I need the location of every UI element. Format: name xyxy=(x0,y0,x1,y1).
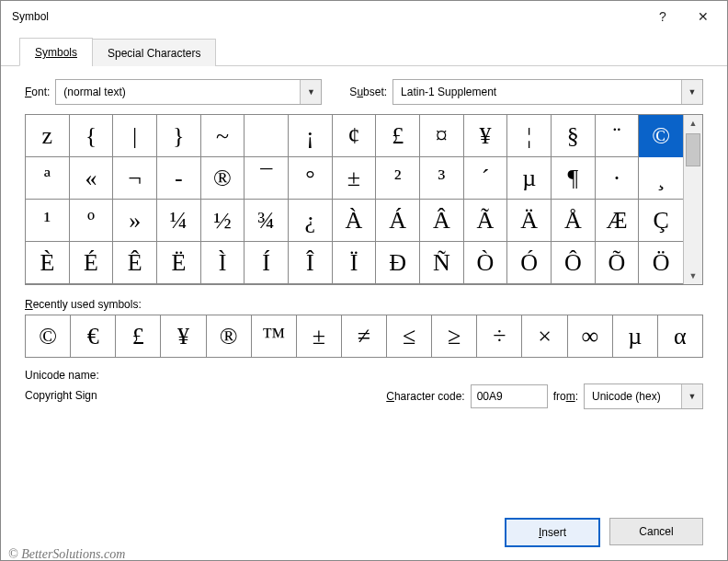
from-combo[interactable]: Unicode (hex) ▼ xyxy=(584,384,703,409)
symbol-cell[interactable]: Ï xyxy=(333,242,377,284)
symbol-cell[interactable]: Ñ xyxy=(420,242,464,284)
symbol-cell[interactable]: Á xyxy=(376,200,420,242)
symbol-cell[interactable]: ¬ xyxy=(113,157,157,200)
symbol-cell[interactable]: ² xyxy=(376,157,420,200)
symbol-cell[interactable]: Ô xyxy=(552,242,596,284)
scroll-track[interactable] xyxy=(684,132,702,268)
symbol-cell[interactable]: ¥ xyxy=(464,115,508,157)
symbol-cell[interactable]: ¿ xyxy=(289,200,333,242)
symbol-grid: z{|}~ ¡¢£¤¥¦§¨©ª«¬-®¯°±²³´µ¶·¸¹º»¼½¾¿ÀÁÂ… xyxy=(26,115,683,284)
chevron-down-icon[interactable]: ▼ xyxy=(300,80,321,104)
recent-symbol-cell[interactable]: © xyxy=(26,315,71,358)
subset-combo[interactable]: Latin-1 Supplement ▼ xyxy=(392,79,703,105)
symbol-cell[interactable]: Â xyxy=(420,200,464,242)
recent-symbol-cell[interactable]: ® xyxy=(207,315,252,358)
symbol-cell[interactable]: Ò xyxy=(464,242,508,284)
symbol-cell[interactable]: } xyxy=(157,115,201,157)
unicode-name-label: Unicode name: xyxy=(25,369,99,382)
symbol-cell[interactable]: ¶ xyxy=(552,157,596,200)
recent-symbol-cell[interactable]: € xyxy=(71,315,116,358)
symbol-cell[interactable]: » xyxy=(113,200,157,242)
symbol-cell[interactable]: ¦ xyxy=(507,115,552,157)
chevron-down-icon[interactable]: ▼ xyxy=(681,384,702,408)
titlebar: Symbol ? ✕ xyxy=(1,1,727,32)
symbol-cell[interactable]: | xyxy=(113,115,157,157)
symbol-cell[interactable]: ¨ xyxy=(596,115,640,157)
symbol-cell[interactable] xyxy=(245,115,289,157)
recent-symbol-cell[interactable]: ≤ xyxy=(387,315,432,358)
recent-symbol-cell[interactable]: µ xyxy=(613,315,658,358)
font-combo[interactable]: (normal text) ▼ xyxy=(55,79,322,105)
symbol-cell[interactable]: z xyxy=(26,115,70,157)
scroll-thumb[interactable] xyxy=(686,133,700,166)
symbol-cell[interactable]: ¾ xyxy=(245,200,289,242)
symbol-cell[interactable]: « xyxy=(70,157,114,200)
symbol-cell[interactable]: { xyxy=(70,115,114,157)
symbol-cell[interactable]: É xyxy=(70,242,114,284)
symbol-cell[interactable]: ° xyxy=(289,157,333,200)
symbol-cell[interactable]: Ë xyxy=(157,242,201,284)
symbol-cell[interactable]: Ä xyxy=(507,200,552,242)
symbol-cell[interactable]: ~ xyxy=(201,115,245,157)
symbol-cell[interactable]: ± xyxy=(333,157,377,200)
symbol-cell[interactable]: ® xyxy=(201,157,245,200)
symbol-cell[interactable]: £ xyxy=(376,115,420,157)
recent-symbol-cell[interactable]: ¥ xyxy=(161,315,206,358)
close-icon[interactable]: ✕ xyxy=(683,3,723,30)
recent-symbol-cell[interactable]: ∞ xyxy=(568,315,613,358)
symbol-cell[interactable]: Ã xyxy=(464,200,508,242)
symbol-cell[interactable]: - xyxy=(157,157,201,200)
recent-symbol-cell[interactable]: ÷ xyxy=(477,315,522,358)
grid-scrollbar[interactable]: ▲ ▼ xyxy=(683,115,702,284)
recent-symbol-cell[interactable]: ™ xyxy=(252,315,297,358)
symbol-cell[interactable]: ½ xyxy=(201,200,245,242)
symbol-cell[interactable]: Ê xyxy=(113,242,157,284)
symbol-cell[interactable]: ¢ xyxy=(333,115,377,157)
symbol-cell[interactable]: À xyxy=(333,200,377,242)
symbol-cell[interactable]: Ð xyxy=(376,242,420,284)
recent-symbol-cell[interactable]: α xyxy=(658,315,703,358)
from-label: from: xyxy=(553,390,578,403)
symbol-cell[interactable]: ¹ xyxy=(26,200,70,242)
recent-symbol-cell[interactable]: × xyxy=(522,315,567,358)
symbol-cell[interactable]: § xyxy=(552,115,596,157)
symbol-cell[interactable]: Î xyxy=(289,242,333,284)
symbol-cell[interactable]: ¡ xyxy=(289,115,333,157)
symbol-cell[interactable]: Í xyxy=(245,242,289,284)
character-code-input[interactable]: 00A9 xyxy=(471,384,548,408)
recent-grid: ©€£¥®™±≠≤≥÷×∞µα xyxy=(25,315,703,358)
symbol-cell[interactable]: Ö xyxy=(639,242,683,284)
insert-button[interactable]: Insert xyxy=(505,518,600,547)
symbol-cell[interactable]: ¤ xyxy=(420,115,464,157)
symbol-cell[interactable]: Õ xyxy=(596,242,640,284)
tab-special-characters[interactable]: Special Characters xyxy=(92,39,216,66)
symbol-cell[interactable]: · xyxy=(596,157,640,200)
cancel-button[interactable]: Cancel xyxy=(609,518,703,545)
symbol-cell[interactable]: Ì xyxy=(201,242,245,284)
symbol-cell[interactable]: È xyxy=(26,242,70,284)
recent-symbol-cell[interactable]: £ xyxy=(116,315,161,358)
symbol-cell[interactable]: Ó xyxy=(507,242,552,284)
symbol-cell[interactable]: ¯ xyxy=(245,157,289,200)
chevron-down-icon[interactable]: ▼ xyxy=(681,80,702,104)
recent-symbol-cell[interactable]: ± xyxy=(297,315,342,358)
help-icon[interactable]: ? xyxy=(643,3,683,30)
window-title: Symbol xyxy=(12,10,643,23)
symbol-cell[interactable]: µ xyxy=(507,157,552,200)
symbol-cell[interactable]: Å xyxy=(552,200,596,242)
symbol-cell[interactable]: ³ xyxy=(420,157,464,200)
tab-symbols[interactable]: Symbols xyxy=(19,38,93,66)
recent-symbol-cell[interactable]: ≠ xyxy=(342,315,387,358)
symbol-cell[interactable]: ¸ xyxy=(639,157,683,200)
symbol-cell[interactable]: ª xyxy=(26,157,70,200)
symbol-cell[interactable]: ¼ xyxy=(157,200,201,242)
tabstrip: Symbols Special Characters xyxy=(1,32,727,66)
symbol-cell[interactable]: Æ xyxy=(596,200,640,242)
symbol-cell[interactable]: Ç xyxy=(639,200,683,242)
scroll-up-icon[interactable]: ▲ xyxy=(684,115,702,132)
scroll-down-icon[interactable]: ▼ xyxy=(684,268,702,284)
symbol-cell[interactable]: º xyxy=(70,200,114,242)
recent-symbol-cell[interactable]: ≥ xyxy=(432,315,477,358)
symbol-cell[interactable]: © xyxy=(639,115,683,157)
symbol-cell[interactable]: ´ xyxy=(464,157,508,200)
